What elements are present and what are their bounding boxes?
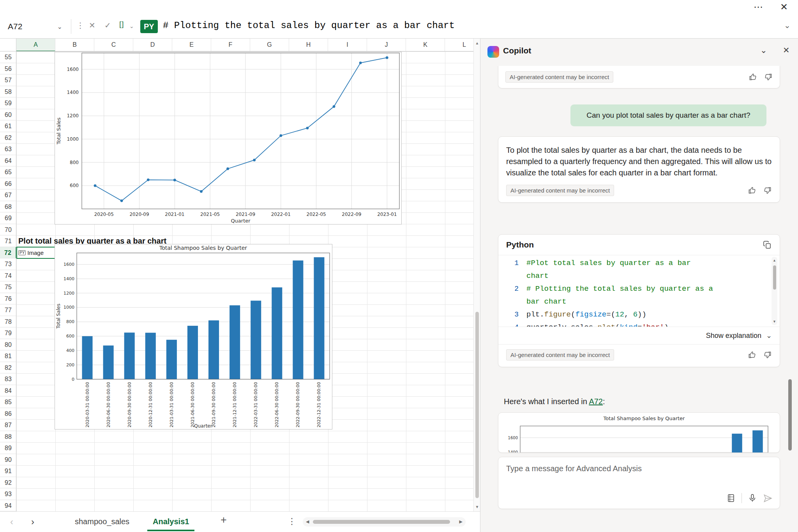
formula-input[interactable]: # Plotting the total sales by quarter as… [163,20,455,31]
embedded-bar-chart[interactable]: 020040060080010001200140016002020-03-31 … [55,244,332,429]
thumbs-down-icon[interactable] [763,350,772,359]
sheet-options-kebab-icon[interactable]: ⋮ [288,516,296,527]
scroll-right-icon[interactable]: ▶ [459,519,463,524]
scroll-up-icon[interactable]: ▲ [772,258,777,262]
code-viewport[interactable]: 1#Plot total sales by quarter as a bar c… [498,255,780,327]
row-header[interactable]: 92 [0,477,16,489]
row-header[interactable]: 65 [0,166,16,178]
row-header[interactable]: 58 [0,86,16,98]
scroll-down-icon[interactable]: ▼ [474,505,480,509]
column-header[interactable]: B [55,39,94,51]
row-header[interactable]: 63 [0,143,16,155]
row-header[interactable]: 68 [0,201,16,213]
horizontal-scroll-thumb[interactable] [313,520,450,524]
copilot-message-input[interactable] [506,464,771,473]
sheet-vertical-scrollbar[interactable]: ▲ ▼ [473,39,480,511]
row-header[interactable]: 76 [0,293,16,305]
column-header[interactable]: I [328,39,367,51]
horizontal-scrollbar[interactable]: ◀ ▶ [303,517,466,527]
row-header[interactable]: 88 [0,431,16,443]
chevron-down-icon[interactable]: ⌄ [57,23,62,30]
kebab-icon[interactable]: ⋮ [76,21,84,30]
thumbs-down-icon[interactable] [763,186,772,195]
row-header[interactable]: 55 [0,51,16,63]
thumbs-up-icon[interactable] [748,350,757,359]
thumbs-down-icon[interactable] [764,72,773,81]
row-header[interactable]: 74 [0,270,16,282]
show-explanation-button[interactable]: Show explanation ⌄ [498,327,780,344]
row-header[interactable]: 60 [0,109,16,121]
row-header[interactable]: 62 [0,132,16,144]
embedded-line-chart[interactable]: 60080010001200140016002020-052020-092021… [55,52,402,224]
row-header[interactable]: 56 [0,63,16,75]
row-header[interactable]: 59 [0,97,16,109]
inserted-chart-preview-card[interactable]: 020040060080010001200140016002020-03-31 … [498,412,780,453]
sheet-nav-left-icon[interactable]: ‹ [10,516,13,527]
window-more-icon[interactable]: ⋯ [754,2,763,12]
row-header[interactable]: 80 [0,339,16,351]
column-header[interactable]: D [133,39,172,51]
row-header[interactable]: 90 [0,454,16,466]
column-header[interactable]: J [367,39,406,51]
row-header[interactable]: 66 [0,178,16,190]
scroll-down-icon[interactable]: ▼ [772,320,777,323]
row-header[interactable]: 87 [0,419,16,431]
formula-bar-expand-icon[interactable]: ⌄ [784,21,791,30]
row-header[interactable]: 73 [0,258,16,270]
row-header[interactable]: 86 [0,408,16,420]
row-header[interactable]: 83 [0,373,16,385]
code-scrollbar[interactable]: ▲ ▼ [772,257,777,325]
collapse-panel-icon[interactable]: ⌄ [760,46,767,55]
row-header[interactable]: 91 [0,465,16,477]
scroll-left-icon[interactable]: ◀ [306,519,309,524]
row-header[interactable]: 72 [0,247,16,259]
column-header[interactable]: F [211,39,250,51]
row-header[interactable]: 64 [0,155,16,167]
microphone-icon[interactable] [748,493,757,503]
column-header[interactable]: C [94,39,133,51]
vertical-scroll-thumb[interactable] [475,312,479,498]
close-panel-icon[interactable]: ✕ [783,46,790,55]
row-header[interactable]: 84 [0,385,16,397]
row-header[interactable]: 75 [0,281,16,293]
add-sheet-icon[interactable]: + [221,514,227,526]
python-object-icon[interactable]: [] [119,20,124,28]
row-header[interactable]: 85 [0,396,16,408]
column-header[interactable]: E [172,39,211,51]
sheet-nav-right-icon[interactable]: › [31,516,34,527]
thumbs-up-icon[interactable] [749,72,757,81]
copy-code-icon[interactable] [763,240,772,249]
row-header[interactable]: 79 [0,327,16,339]
send-icon[interactable] [763,493,773,503]
scroll-up-icon[interactable]: ▲ [474,41,480,45]
row-header[interactable]: 93 [0,488,16,500]
name-box[interactable]: A72 ⌄ [4,18,66,35]
row-header[interactable]: 61 [0,120,16,132]
row-header[interactable]: 71 [0,235,16,247]
sheet-tab-analysis1[interactable]: Analysis1 [147,512,194,531]
selected-cell-a72[interactable]: PY Image [16,247,56,259]
row-header[interactable]: 70 [0,224,16,236]
row-header[interactable]: 89 [0,442,16,454]
sheet-tab-shampoo-sales[interactable]: shampoo_sales [69,512,135,531]
row-header[interactable]: 94 [0,500,16,512]
commit-icon[interactable]: ✓ [104,21,111,30]
column-header[interactable]: H [289,39,328,51]
column-header[interactable]: G [250,39,289,51]
row-header[interactable]: 82 [0,362,16,374]
thumbs-up-icon[interactable] [748,186,757,195]
column-header[interactable]: A [16,39,55,51]
workbook-context-icon[interactable] [726,493,736,503]
row-header[interactable]: 77 [0,304,16,316]
row-header[interactable]: 81 [0,350,16,362]
cancel-icon[interactable]: ✕ [89,21,95,30]
panel-scroll-thumb[interactable] [788,379,792,451]
row-header[interactable]: 69 [0,212,16,224]
row-header[interactable]: 78 [0,316,16,328]
window-close-icon[interactable]: ✕ [780,2,788,12]
row-header[interactable]: 67 [0,189,16,201]
code-scroll-thumb[interactable] [773,265,776,290]
column-header[interactable]: L [445,39,473,51]
column-header[interactable]: K [406,39,445,51]
select-all-corner[interactable] [0,39,16,51]
